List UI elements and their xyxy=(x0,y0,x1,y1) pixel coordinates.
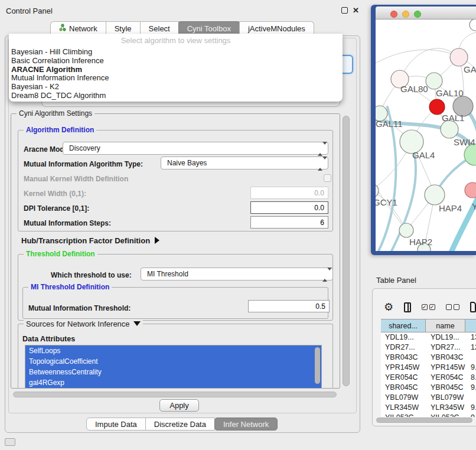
table-cell: YER054C xyxy=(426,373,467,383)
gear-icon[interactable]: ⚙ xyxy=(384,301,393,313)
table-row[interactable]: YIL053CYIL053C9. xyxy=(381,413,476,417)
table-cell: YLR345W xyxy=(426,403,467,413)
network-node[interactable] xyxy=(464,144,476,165)
network-icon xyxy=(59,24,66,33)
node-label: GAL11 xyxy=(376,119,403,129)
combo-arrows-icon xyxy=(322,270,328,279)
algorithm-option[interactable]: Bayesian - K2 xyxy=(11,83,340,92)
tab-label: Network xyxy=(69,24,97,33)
window-zoom-icon[interactable] xyxy=(414,11,421,18)
kernel-width-field[interactable] xyxy=(250,187,328,199)
algorithm-option[interactable]: Basic Correlation Inference xyxy=(11,57,340,66)
mi-threshold-label: Mutual Information Threshold: xyxy=(28,304,131,312)
network-node[interactable] xyxy=(465,182,476,198)
tab-label: jActiveMNodules xyxy=(248,24,305,33)
threshold-definition-title: Threshold Definition xyxy=(24,250,97,258)
list-scrollbar-thumb[interactable] xyxy=(315,347,320,384)
table-row[interactable]: YER054CYER054C8. xyxy=(381,373,476,383)
page-icon[interactable] xyxy=(470,302,476,312)
table-row[interactable]: YPR145WYPR145W9. xyxy=(381,363,476,373)
table-cell: 9. xyxy=(467,383,476,393)
network-node[interactable] xyxy=(425,185,445,205)
mi-type-value: Naive Bayes xyxy=(167,159,207,167)
network-view[interactable]: GALGAL80GAL10GAL1SWI4GAL11GAL4GCY1HAP4YH… xyxy=(376,19,476,251)
sources-group-title: Sources for Network Inference xyxy=(26,319,130,328)
mi-type-combo[interactable]: Naive Bayes xyxy=(161,156,328,169)
attribute-item[interactable]: BetweennessCentrality xyxy=(25,367,321,377)
table-row[interactable]: YBL079WYBL079W xyxy=(381,393,476,403)
table-panel-title: Table Panel xyxy=(376,276,416,285)
algorithm-option[interactable]: Bayesian - Hill Climbing xyxy=(11,48,340,57)
node-label: GAL4 xyxy=(412,150,435,160)
table-cell: 9. xyxy=(467,363,476,373)
hub-definition-label: Hub/Transcription Factor Definition xyxy=(21,236,150,245)
docked-panel-icon[interactable] xyxy=(5,438,15,446)
algorithm-option[interactable]: Dream8 DC_TDC Algorithm xyxy=(11,92,340,100)
network-window-titlebar[interactable] xyxy=(376,6,476,19)
tab-network[interactable]: Network xyxy=(50,21,106,35)
manual-kernel-checkbox[interactable] xyxy=(324,174,331,182)
table-horizontal-scrollbar[interactable] xyxy=(376,418,472,423)
tab-infer-network[interactable]: Infer Network xyxy=(214,418,278,431)
which-threshold-combo[interactable]: MI Threshold xyxy=(141,268,333,281)
unchecked-boxes-icon[interactable] xyxy=(446,304,459,310)
mi-threshold-field[interactable] xyxy=(248,300,330,312)
columns-icon[interactable] xyxy=(404,302,411,312)
close-icon[interactable]: ✕ xyxy=(352,7,360,15)
node-table[interactable]: shared...nameA YDL19...YDL19...13YDR27..… xyxy=(381,319,476,417)
table-cell: YDL19... xyxy=(426,332,467,343)
tab-select[interactable]: Select xyxy=(140,21,179,35)
mi-steps-field[interactable] xyxy=(250,216,328,229)
settings-vertical-scrollbar[interactable] xyxy=(343,116,350,386)
algorithm-option[interactable]: Mutual Information Inference xyxy=(11,74,340,83)
network-node[interactable] xyxy=(399,223,413,237)
tab-jactivemnodules[interactable]: jActiveMNodules xyxy=(239,21,314,35)
table-cell: YBR043C xyxy=(381,353,426,363)
network-node[interactable] xyxy=(450,48,468,66)
window-close-icon[interactable] xyxy=(390,11,397,18)
table-row[interactable]: YDR27...YDR27...12 xyxy=(381,343,476,353)
algorithm-popup-list: Bayesian - Hill ClimbingBasic Correlatio… xyxy=(11,48,340,100)
table-row[interactable]: YDL19...YDL19...13 xyxy=(381,332,476,343)
window-minimize-icon[interactable] xyxy=(402,11,409,18)
manual-kernel-label: Manual Kernel Width Definition xyxy=(24,175,128,183)
table-row[interactable]: YBR043CYBR043C xyxy=(381,353,476,363)
aracne-mode-value: Discovery xyxy=(69,144,100,152)
network-svg: GALGAL80GAL10GAL1SWI4GAL11GAL4GCY1HAP4YH… xyxy=(376,19,476,251)
table-cell: YPR145W xyxy=(381,363,426,373)
network-node[interactable] xyxy=(426,73,442,89)
network-edge[interactable] xyxy=(451,190,476,251)
tab-label: Style xyxy=(115,24,132,33)
tab-discretize-data[interactable]: Discretize Data xyxy=(145,418,215,431)
float-window-icon[interactable] xyxy=(341,7,348,14)
aracne-mode-combo[interactable]: Discovery xyxy=(63,142,328,155)
apply-button[interactable]: Apply xyxy=(159,399,199,412)
node-label: GAL xyxy=(464,64,476,74)
dpi-tolerance-field[interactable] xyxy=(250,201,328,214)
network-node[interactable] xyxy=(470,19,476,31)
column-header[interactable]: name xyxy=(425,319,465,332)
network-node[interactable] xyxy=(441,120,458,138)
mi-threshold-group-title: MI Threshold Definition xyxy=(28,283,112,291)
mi-steps-label: Mutual Information Steps: xyxy=(24,219,111,227)
tab-style[interactable]: Style xyxy=(106,21,141,35)
checked-boxes-icon[interactable]: ✓✓ xyxy=(422,304,435,310)
settings-horizontal-scrollbar[interactable] xyxy=(13,392,337,397)
hub-definition-toggle[interactable]: Hub/Transcription Factor Definition xyxy=(21,236,159,245)
tab-label: Cyni Toolbox xyxy=(187,24,231,33)
algorithm-option[interactable]: ARACNE Algorithm xyxy=(11,66,340,74)
attribute-item[interactable]: SelfLoops xyxy=(25,345,321,356)
tab-impute-data[interactable]: Impute Data xyxy=(86,418,146,431)
table-row[interactable]: YBR045CYBR045C9. xyxy=(381,383,476,393)
table-row[interactable]: YLR345WYLR345W9. xyxy=(381,403,476,413)
attribute-item[interactable]: TopologicalCoefficient xyxy=(25,356,321,367)
data-attributes-list[interactable]: SelfLoopsTopologicalCoefficientBetweenne… xyxy=(25,345,322,389)
tab-cyni-toolbox[interactable]: Cyni Toolbox xyxy=(178,21,240,35)
sources-group-toggle[interactable]: Sources for Network Inference xyxy=(24,319,143,328)
column-header[interactable]: shared... xyxy=(381,319,426,332)
mi-type-label: Mutual Information Algorithm Type: xyxy=(24,160,143,168)
table-cell: 8. xyxy=(467,373,476,383)
attribute-item[interactable]: gal4RGexp xyxy=(25,377,321,388)
table-cell: 12 xyxy=(467,343,476,353)
column-header[interactable]: A xyxy=(465,319,476,332)
